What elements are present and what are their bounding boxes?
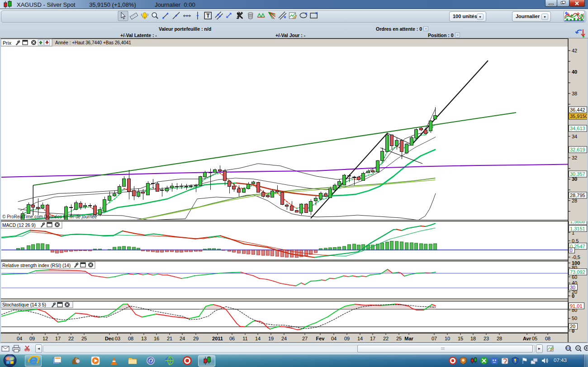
svg-text:08: 08 [128, 336, 133, 341]
svg-text:06: 06 [229, 336, 235, 341]
svg-text:36,442: 36,442 [570, 107, 585, 113]
svg-text:28: 28 [572, 198, 577, 203]
svg-text:Avr: Avr [523, 336, 531, 341]
svg-text:Données en fin de journée: Données en fin de journée [44, 214, 97, 219]
svg-text:23: 23 [484, 336, 489, 341]
svg-text:17: 17 [55, 336, 61, 341]
svg-text:20: 20 [570, 324, 575, 329]
svg-text:03: 03 [115, 336, 120, 341]
svg-text:22: 22 [383, 336, 389, 341]
svg-text:08: 08 [545, 336, 550, 341]
svg-text:28: 28 [497, 336, 502, 341]
svg-text:Relative strength index (RSI): Relative strength index (RSI) (14) [2, 263, 71, 268]
svg-text:24: 24 [281, 336, 287, 341]
svg-text:09: 09 [344, 336, 350, 341]
svg-text:07: 07 [432, 336, 437, 341]
svg-text:22: 22 [68, 336, 74, 341]
svg-text:35,9150: 35,9150 [570, 113, 588, 119]
svg-text:11: 11 [242, 336, 247, 341]
svg-text:73,092: 73,092 [570, 269, 585, 275]
svg-text:T: T [206, 13, 210, 19]
svg-text:Année : +Haut 36,7440 +Bas 26,: Année : +Haut 36,7440 +Bas 26,4041 [55, 40, 131, 45]
svg-text:05: 05 [532, 336, 537, 341]
svg-text:29: 29 [193, 336, 199, 341]
svg-text:25: 25 [396, 336, 402, 341]
svg-text:MACD (12 26 9): MACD (12 26 9) [2, 223, 36, 228]
svg-text:50: 50 [572, 315, 577, 321]
svg-text:42: 42 [572, 48, 577, 53]
svg-text:15: 15 [458, 336, 463, 341]
svg-text:10: 10 [445, 336, 450, 341]
svg-text:28,795: 28,795 [570, 193, 585, 198]
svg-text:32: 32 [572, 155, 577, 160]
svg-text:Fev: Fev [316, 336, 325, 341]
svg-text:25: 25 [81, 336, 87, 341]
svg-text:16: 16 [154, 336, 159, 341]
svg-text:0: 0 [572, 293, 574, 299]
svg-text:© ProRealTime.com: © ProRealTime.com [2, 214, 43, 219]
svg-text:30,357: 30,357 [570, 171, 585, 177]
svg-text:1,3151: 1,3151 [570, 226, 585, 231]
svg-text:-0,5: -0,5 [572, 254, 580, 260]
svg-text:Mar: Mar [404, 336, 413, 341]
svg-text:38: 38 [572, 91, 577, 96]
svg-text:09: 09 [29, 336, 35, 341]
svg-text:2011: 2011 [212, 336, 223, 341]
svg-text:14: 14 [357, 336, 363, 341]
svg-text:Prix: Prix [3, 40, 11, 46]
svg-text:91,01: 91,01 [570, 303, 583, 309]
svg-text:32,619: 32,619 [570, 147, 585, 152]
svg-text:04: 04 [331, 336, 337, 341]
svg-text:24: 24 [180, 336, 185, 341]
svg-text:Stochastique (14 3 5): Stochastique (14 3 5) [2, 302, 46, 307]
svg-text:13: 13 [141, 336, 147, 341]
svg-text:04: 04 [17, 336, 22, 341]
svg-text:Dec: Dec [105, 336, 114, 341]
svg-text:12: 12 [43, 336, 48, 341]
svg-text:14: 14 [255, 336, 261, 341]
svg-text:17: 17 [370, 336, 375, 341]
svg-text:27: 27 [302, 336, 308, 341]
svg-text:34: 34 [572, 134, 577, 139]
svg-text:21: 21 [167, 336, 172, 341]
svg-text:0: 0 [570, 248, 573, 253]
svg-text:19: 19 [268, 336, 274, 341]
svg-text:30: 30 [570, 285, 575, 290]
svg-text:0,5: 0,5 [572, 238, 579, 244]
svg-text:40: 40 [572, 69, 577, 75]
svg-text:34,613: 34,613 [570, 126, 585, 131]
svg-text:18: 18 [470, 336, 476, 341]
